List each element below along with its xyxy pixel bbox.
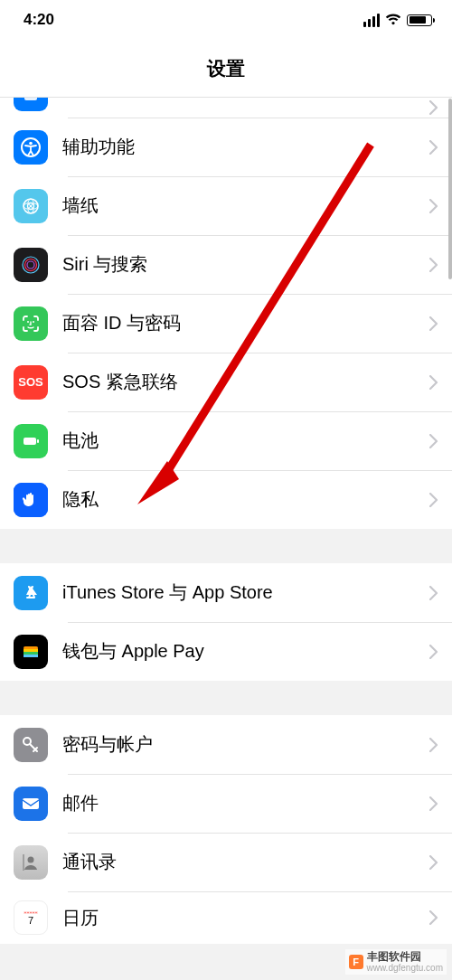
watermark-url: www.dgfengtu.com (367, 963, 444, 973)
cellular-signal-icon (363, 14, 380, 27)
settings-row-wallet[interactable]: 钱包与 Apple Pay (0, 622, 452, 681)
chevron-right-icon (429, 316, 438, 331)
sos-icon: SOS (14, 365, 48, 400)
svg-point-2 (29, 141, 33, 145)
svg-point-7 (27, 261, 34, 269)
chevron-right-icon (429, 910, 438, 925)
svg-point-21 (28, 856, 34, 862)
contacts-icon (14, 845, 48, 880)
chevron-right-icon (429, 434, 438, 448)
wallet-icon (14, 635, 48, 669)
watermark-logo: F (349, 955, 363, 969)
settings-row-label: SOS 紧急联络 (62, 370, 429, 394)
settings-row-label: 邮件 (62, 791, 429, 815)
settings-row-sos[interactable]: SOS SOS 紧急联络 (0, 353, 452, 411)
svg-rect-0 (24, 98, 37, 100)
calendar-icon: 7 (14, 900, 48, 935)
section-gap (0, 681, 452, 715)
svg-rect-10 (24, 438, 36, 445)
settings-row-passwords[interactable]: 密码与帐户 (0, 715, 452, 774)
svg-rect-22 (23, 854, 24, 871)
settings-row-label: 通讯录 (62, 850, 429, 874)
status-time: 4:20 (24, 11, 54, 29)
watermark-name: 丰图软件园 (367, 951, 444, 963)
svg-point-9 (33, 321, 34, 323)
status-bar: 4:20 (0, 0, 452, 40)
chevron-right-icon (429, 375, 438, 390)
svg-text:7: 7 (28, 915, 33, 926)
siri-icon (14, 248, 48, 282)
settings-row-calendar[interactable]: 7 日历 (0, 891, 452, 944)
settings-row-label: 辅助功能 (62, 135, 429, 159)
battery-icon (407, 14, 432, 26)
settings-row-contacts[interactable]: 通讯录 (0, 833, 452, 891)
settings-row-privacy[interactable]: 隐私 (0, 470, 452, 529)
settings-group-2: iTunes Store 与 App Store 钱包与 Apple Pay (0, 563, 452, 681)
page-title: 设置 (0, 40, 452, 98)
settings-row-mail[interactable]: 邮件 (0, 774, 452, 833)
settings-row-label: 面容 ID 与密码 (62, 311, 429, 335)
chevron-right-icon (429, 738, 438, 752)
settings-row-label: 电池 (62, 429, 429, 453)
settings-row-accessibility[interactable]: 辅助功能 (0, 118, 452, 176)
settings-row-label: iTunes Store 与 App Store (62, 580, 429, 605)
privacy-hand-icon (14, 483, 48, 517)
accessibility-icon (14, 130, 48, 165)
settings-row-display-brightness[interactable] (0, 98, 452, 118)
svg-rect-20 (23, 798, 39, 809)
chevron-right-icon (429, 100, 438, 115)
chevron-right-icon (429, 645, 438, 659)
display-icon (14, 98, 48, 111)
chevron-right-icon (429, 796, 438, 811)
svg-point-28 (35, 912, 36, 913)
settings-row-label: 钱包与 Apple Pay (62, 639, 429, 664)
chevron-right-icon (429, 199, 438, 213)
settings-row-label: 密码与帐户 (62, 732, 429, 757)
settings-row-itunes-appstore[interactable]: iTunes Store 与 App Store (0, 563, 452, 622)
settings-row-battery[interactable]: 电池 (0, 411, 452, 470)
settings-row-label: 日历 (62, 906, 429, 930)
battery-settings-icon (14, 424, 48, 458)
scrollbar-indicator[interactable] (448, 99, 452, 279)
settings-row-siri[interactable]: Siri 与搜索 (0, 235, 452, 294)
wifi-icon (385, 14, 401, 26)
svg-point-8 (27, 321, 29, 323)
faceid-icon (14, 306, 48, 341)
svg-point-27 (33, 912, 33, 913)
settings-group-3: 密码与帐户 邮件 通讯录 7 日历 (0, 715, 452, 944)
settings-row-label: Siri 与搜索 (62, 252, 429, 277)
settings-row-wallpaper[interactable]: 墙纸 (0, 176, 452, 235)
settings-row-label: 墙纸 (62, 193, 429, 218)
chevron-right-icon (429, 140, 438, 155)
svg-point-24 (24, 912, 25, 913)
chevron-right-icon (429, 493, 438, 507)
svg-point-26 (30, 912, 31, 913)
chevron-right-icon (429, 586, 438, 600)
status-right (363, 14, 432, 27)
key-icon (14, 728, 48, 762)
mail-icon (14, 787, 48, 821)
svg-rect-11 (37, 439, 39, 443)
wallpaper-icon (14, 189, 48, 223)
svg-rect-18 (24, 655, 38, 657)
settings-group-1: 辅助功能 墙纸 Siri 与搜索 (0, 98, 452, 529)
section-gap (0, 529, 452, 563)
svg-point-25 (27, 912, 28, 913)
chevron-right-icon (429, 855, 438, 870)
watermark: F 丰图软件园 www.dgfengtu.com (345, 949, 447, 975)
settings-row-label: 隐私 (62, 487, 429, 512)
page-title-text: 设置 (207, 56, 245, 81)
chevron-right-icon (429, 258, 438, 272)
settings-row-faceid[interactable]: 面容 ID 与密码 (0, 294, 452, 353)
appstore-icon (14, 576, 48, 610)
